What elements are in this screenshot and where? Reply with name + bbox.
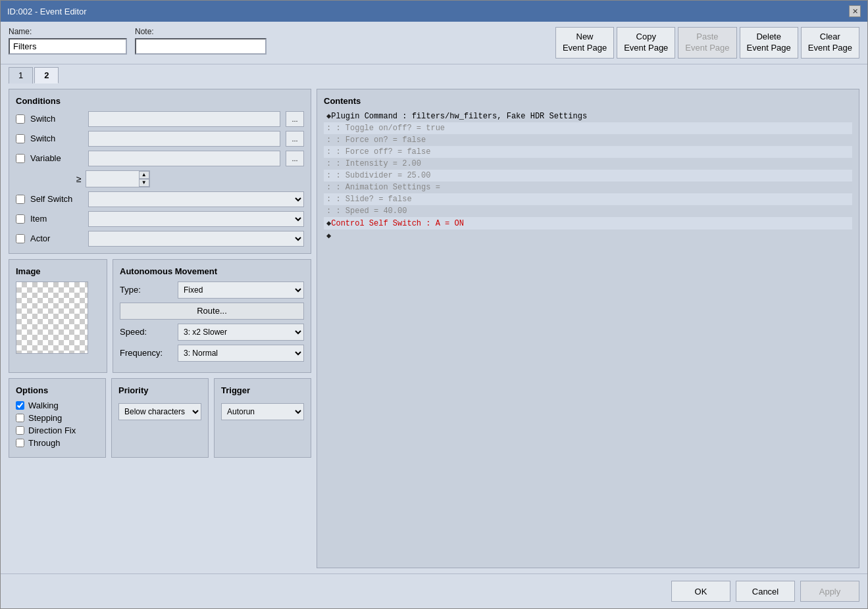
- title-bar: ID:002 - Event Editor ✕: [1, 1, 867, 22]
- content-line-1[interactable]: ◆Plugin Command : filters/hw_filters, Fa…: [324, 110, 852, 122]
- type-dropdown[interactable]: Fixed Random Approach Custom: [178, 281, 304, 299]
- speed-row: Speed: 1: x8 Slower 2: x4 Slower 3: x2 S…: [120, 324, 304, 341]
- switch2-input[interactable]: [88, 131, 280, 147]
- name-input[interactable]: [9, 38, 127, 55]
- options-title: Options: [16, 385, 99, 395]
- new-event-page-button[interactable]: NewEvent Page: [555, 27, 614, 59]
- switch1-input[interactable]: [88, 111, 280, 127]
- item-label: Item: [30, 214, 83, 224]
- item-dropdown[interactable]: [88, 211, 304, 227]
- content-line-3: : : Force on? = false: [324, 134, 852, 146]
- frequency-row: Frequency: 1: Lowest 2: Lower 3: Normal …: [120, 345, 304, 362]
- speed-dropdown[interactable]: 1: x8 Slower 2: x4 Slower 3: x2 Slower 4…: [178, 324, 304, 341]
- direction-fix-label: Direction Fix: [28, 426, 76, 435]
- speed-label: Speed:: [120, 327, 172, 337]
- switch1-ellipsis-button[interactable]: ...: [286, 111, 304, 127]
- paste-event-page-button[interactable]: PasteEvent Page: [678, 27, 736, 59]
- content-line-11[interactable]: ◆: [324, 230, 852, 242]
- conditions-title: Conditions: [16, 96, 304, 106]
- tab-2[interactable]: 2: [34, 67, 59, 84]
- spin-buttons: ▲ ▼: [139, 171, 149, 187]
- switch1-checkbox[interactable]: [16, 114, 25, 124]
- content-line-10[interactable]: ◆Control Self Switch : A = ON: [324, 217, 852, 230]
- actor-label: Actor: [30, 233, 83, 243]
- window-title: ID:002 - Event Editor: [7, 7, 87, 16]
- self-switch-row: Self Switch: [16, 191, 304, 207]
- variable-checkbox[interactable]: [16, 154, 25, 163]
- actor-row: Actor: [16, 231, 304, 247]
- content-line-7: : : Animation Settings =: [324, 182, 852, 193]
- self-switch-label: Self Switch: [30, 194, 83, 204]
- variable-value-row: ≥ ▲ ▼: [16, 170, 304, 187]
- tabs-bar: 1 2: [1, 64, 867, 84]
- self-switch-checkbox[interactable]: [16, 195, 25, 204]
- walking-checkbox[interactable]: [16, 401, 24, 410]
- variable-input[interactable]: [88, 151, 280, 166]
- variable-label: Variable: [30, 153, 83, 163]
- through-label: Through: [28, 438, 60, 448]
- copy-event-page-button[interactable]: CopyEvent Page: [617, 27, 675, 59]
- tab-1[interactable]: 1: [9, 67, 33, 84]
- self-switch-dropdown[interactable]: [88, 191, 304, 207]
- actor-checkbox[interactable]: [16, 234, 25, 243]
- priority-title: Priority: [118, 385, 201, 395]
- conditions-grid: Switch ... Switch ... Variable: [16, 111, 304, 247]
- stepping-checkbox[interactable]: [16, 414, 24, 422]
- name-field-group: Name:: [9, 27, 127, 55]
- close-button[interactable]: ✕: [849, 5, 861, 17]
- route-button[interactable]: Route...: [120, 303, 304, 320]
- through-checkbox[interactable]: [16, 439, 24, 447]
- apply-button[interactable]: Apply: [800, 581, 859, 602]
- direction-fix-checkbox[interactable]: [16, 426, 24, 435]
- switch1-label: Switch: [30, 114, 83, 124]
- right-panel: Contents ◆Plugin Command : filters/hw_fi…: [317, 89, 859, 568]
- frequency-label: Frequency:: [120, 348, 172, 358]
- content-line-8: : : Slide? = false: [324, 193, 852, 205]
- content-line-4: : : Force off? = false: [324, 146, 852, 158]
- clear-event-page-button[interactable]: ClearEvent Page: [801, 27, 859, 59]
- content-line-6: : : Subdivider = 25.00: [324, 170, 852, 182]
- trigger-title: Trigger: [221, 385, 304, 395]
- main-content: Conditions Switch ... Switch ...: [1, 84, 867, 573]
- ok-button[interactable]: OK: [671, 581, 730, 602]
- switch2-ellipsis-button[interactable]: ...: [286, 131, 304, 147]
- content-line-2: : : Toggle on/off? = true: [324, 122, 852, 134]
- image-preview[interactable]: [16, 281, 88, 354]
- through-row: Through: [16, 438, 99, 448]
- item-checkbox[interactable]: [16, 214, 25, 224]
- autonomous-section: Autonomous Movement Type: Fixed Random A…: [113, 259, 311, 373]
- content-line-5: : : Intensity = 2.00: [324, 158, 852, 170]
- event-page-buttons: NewEvent Page CopyEvent Page PasteEvent …: [555, 27, 859, 59]
- stepping-row: Stepping: [16, 413, 99, 423]
- ge-symbol: ≥: [76, 174, 82, 184]
- footer: OK Cancel Apply: [1, 573, 867, 608]
- switch2-checkbox[interactable]: [16, 134, 25, 143]
- main-window: ID:002 - Event Editor ✕ Name: Note: NewE…: [0, 0, 868, 609]
- variable-row: Variable ...: [16, 151, 304, 166]
- image-section: Image: [9, 259, 107, 373]
- note-input[interactable]: [135, 38, 267, 55]
- contents-title: Contents: [324, 96, 852, 106]
- stepping-label: Stepping: [28, 413, 62, 423]
- image-title: Image: [16, 266, 100, 276]
- toolbar: Name: Note: NewEvent Page CopyEvent Page…: [1, 22, 867, 64]
- delete-event-page-button[interactable]: DeleteEvent Page: [740, 27, 798, 59]
- spin-up-button[interactable]: ▲: [139, 171, 149, 179]
- priority-dropdown[interactable]: Below characters Same as characters Abov…: [118, 403, 201, 420]
- frequency-dropdown[interactable]: 1: Lowest 2: Lower 3: Normal 4: Higher 5…: [178, 345, 304, 362]
- actor-dropdown[interactable]: [88, 231, 304, 247]
- direction-fix-row: Direction Fix: [16, 426, 99, 435]
- item-row: Item: [16, 211, 304, 227]
- note-label: Note:: [135, 27, 267, 36]
- trigger-dropdown[interactable]: Action Button Player Touch Event Touch A…: [221, 403, 304, 420]
- walking-row: Walking: [16, 401, 99, 410]
- switch1-row: Switch ...: [16, 111, 304, 127]
- options-section: Options Walking Stepping Direction Fix: [9, 378, 106, 458]
- variable-ellipsis-button[interactable]: ...: [286, 151, 304, 166]
- type-row: Type: Fixed Random Approach Custom: [120, 281, 304, 299]
- cancel-button[interactable]: Cancel: [736, 581, 795, 602]
- spin-down-button[interactable]: ▼: [139, 179, 149, 187]
- walking-label: Walking: [28, 401, 59, 410]
- variable-value-input[interactable]: [86, 171, 139, 187]
- switch2-label: Switch: [30, 134, 83, 143]
